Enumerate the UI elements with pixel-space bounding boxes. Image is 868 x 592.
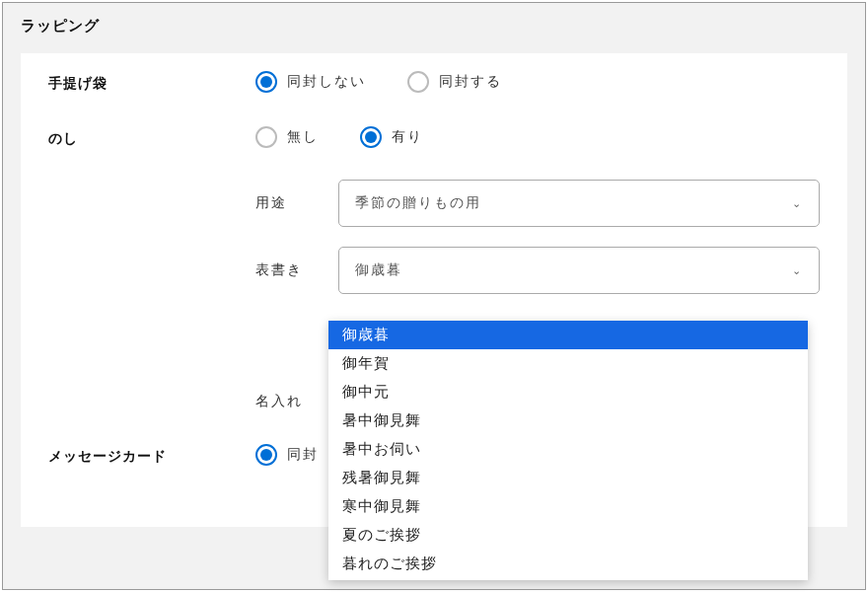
noshi-label: のし xyxy=(48,126,255,148)
radio-icon xyxy=(407,71,429,93)
noshi-radio-yes[interactable]: 有り xyxy=(360,126,423,148)
section-title: ラッピング xyxy=(21,17,847,36)
chevron-down-icon: ⌄ xyxy=(792,264,803,277)
dropdown-item[interactable]: 寒中御見舞 xyxy=(328,492,808,521)
bag-radio-yes[interactable]: 同封する xyxy=(407,71,502,93)
noshi-radio-yes-label: 有り xyxy=(392,128,423,146)
heading-row: 表書き 御歳暮 ⌄ xyxy=(255,247,820,294)
purpose-label: 用途 xyxy=(255,194,338,212)
name-label: 名入れ xyxy=(255,393,338,410)
noshi-radio-no[interactable]: 無し xyxy=(255,126,319,148)
dropdown-item[interactable]: 御年賀 xyxy=(328,349,808,378)
noshi-radio-no-label: 無し xyxy=(287,128,319,146)
bag-radio-group: 同封しない 同封する xyxy=(255,71,820,93)
dropdown-item[interactable]: 暮れのご挨拶 xyxy=(328,550,808,578)
message-card-label: メッセージカード xyxy=(48,444,255,466)
noshi-radio-group: 無し 有り xyxy=(255,126,820,148)
radio-icon xyxy=(255,71,277,93)
radio-icon xyxy=(255,126,277,148)
dropdown-item[interactable]: 暑中お伺い xyxy=(328,435,808,464)
purpose-select-value: 季節の贈りもの用 xyxy=(355,194,481,212)
heading-select[interactable]: 御歳暮 ⌄ xyxy=(338,247,820,294)
heading-dropdown[interactable]: 御歳暮 御年賀 御中元 暑中御見舞 暑中お伺い 残暑御見舞 寒中御見舞 夏のご挨… xyxy=(328,321,808,580)
dropdown-item[interactable]: 御歳暮 xyxy=(328,321,808,349)
purpose-row: 用途 季節の贈りもの用 ⌄ xyxy=(255,180,820,227)
bag-radio-no[interactable]: 同封しない xyxy=(255,71,366,93)
heading-label: 表書き xyxy=(255,261,338,279)
bag-row: 手提げ袋 同封しない 同封する xyxy=(48,71,820,93)
purpose-select[interactable]: 季節の贈りもの用 ⌄ xyxy=(338,180,820,227)
radio-icon xyxy=(255,444,277,466)
bag-radio-no-label: 同封しない xyxy=(287,73,366,91)
dropdown-item[interactable]: 残暑御見舞 xyxy=(328,464,808,492)
message-card-radio[interactable]: 同封 xyxy=(255,444,319,466)
bag-label: 手提げ袋 xyxy=(48,71,255,93)
radio-icon xyxy=(360,126,382,148)
chevron-down-icon: ⌄ xyxy=(792,197,803,210)
dropdown-item[interactable]: 御中元 xyxy=(328,378,808,407)
heading-select-value: 御歳暮 xyxy=(355,261,402,279)
message-card-radio-label: 同封 xyxy=(287,446,319,464)
dropdown-item[interactable]: 暑中御見舞 xyxy=(328,407,808,435)
app-frame: ラッピング 手提げ袋 同封しない 同封する のし xyxy=(2,2,866,590)
dropdown-item[interactable]: 夏のご挨拶 xyxy=(328,521,808,550)
bag-radio-yes-label: 同封する xyxy=(439,73,502,91)
